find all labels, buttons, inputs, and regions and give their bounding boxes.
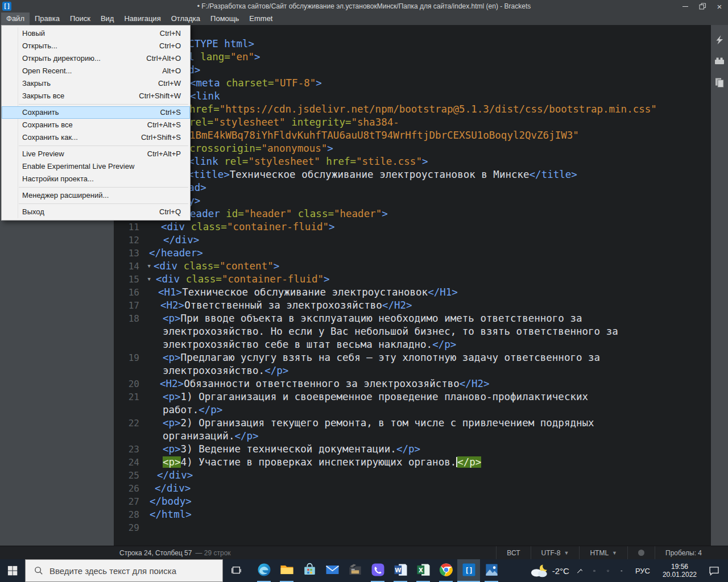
taskbar-app-excel[interactable]: X <box>412 559 435 582</box>
taskbar-app-file-manager[interactable] <box>344 559 366 582</box>
menu-item-view[interactable]: Вид <box>96 13 119 25</box>
menu-item-file[interactable]: Файл <box>1 13 30 25</box>
code-row[interactable]: 3<head> <box>114 64 711 77</box>
file-menu-item[interactable]: Enable Experimental Live Preview <box>2 160 190 173</box>
code-row[interactable]: 6<link rel="stylesheet" href="stile.css"… <box>114 155 711 168</box>
taskbar-app-store[interactable] <box>298 559 321 582</box>
code-editor[interactable]: 1<!DOCTYPE html>2<html lang="en">3<head>… <box>114 25 711 546</box>
status-right: ВСТ UTF-8 ▼ HTML ▼ Пробелы: 4 <box>496 546 712 559</box>
menu-item-edit[interactable]: Правка <box>30 13 65 25</box>
taskbar-app-edge[interactable] <box>253 559 275 582</box>
tray-expand-button[interactable] <box>574 568 588 573</box>
code-row[interactable]: 4<meta charset="UTF-8"> <box>114 77 711 90</box>
file-menu-item[interactable]: Сохранить как...Ctrl+Shift+S <box>2 131 190 144</box>
code-row[interactable]: электрохозяйство. Но если у Вас небольшо… <box>114 325 711 338</box>
minimize-button[interactable] <box>677 0 694 13</box>
code-row[interactable]: 20<H2>Обязанности ответственного за элек… <box>114 377 711 390</box>
code-row[interactable]: 9<body> <box>114 194 711 207</box>
language-select[interactable]: HTML ▼ <box>579 546 627 559</box>
code-row[interactable]: 1BmE4kWBq78iYhFldvKuhfTAU6auU8tT94WrHftj… <box>114 129 711 142</box>
file-menu-item[interactable]: Открыть...Ctrl+O <box>2 40 190 52</box>
indent-setting[interactable]: Пробелы: 4 <box>655 546 712 559</box>
menu-item-debug[interactable]: Отладка <box>166 13 205 25</box>
code-row[interactable]: организаций.</p> <box>114 430 711 443</box>
code-token: </p> <box>198 404 222 415</box>
code-row[interactable]: 21<p>1) Оргаганизация и своевременное пр… <box>114 390 711 404</box>
code-row[interactable]: 25</div> <box>114 469 711 482</box>
snippets-icon[interactable] <box>713 76 726 89</box>
code-row[interactable]: 16<H1>Техническое обслуживание электроус… <box>114 286 711 299</box>
menu-item-navigate[interactable]: Навигация <box>119 13 166 25</box>
file-menu-item[interactable]: ВыходCtrl+Q <box>2 206 190 218</box>
code-row[interactable]: 26</div> <box>114 482 711 495</box>
line-number: 26 <box>114 482 147 495</box>
taskbar-app-brackets[interactable]: [] <box>457 559 480 582</box>
file-menu-item[interactable]: Настройки проекта... <box>2 173 190 185</box>
code-row[interactable]: 15▼<div class="container-fluid"> <box>114 273 711 286</box>
code-row[interactable]: 8</head> <box>114 181 711 194</box>
file-menu-item[interactable]: ЗакрытьCtrl+W <box>2 77 190 90</box>
clock-widget[interactable]: 19:56 20.01.2022 <box>657 563 702 579</box>
code-row[interactable]: 14▼<div class="content"> <box>114 260 711 273</box>
code-row[interactable]: 18<p>При вводе объекта в эксплуатацию не… <box>114 312 711 325</box>
code-row[interactable]: 1<!DOCTYPE html> <box>114 38 711 51</box>
taskbar-app-word[interactable]: W <box>389 559 412 582</box>
menu-item-emmet[interactable]: Emmet <box>244 13 278 25</box>
code-row[interactable]: 13</header> <box>114 247 711 260</box>
file-menu-item[interactable]: Менеджер расширений... <box>2 189 190 202</box>
code-row[interactable]: 27</body> <box>114 495 711 508</box>
file-menu-item[interactable]: Сохранить всеCtrl+Alt+S <box>2 119 190 131</box>
live-preview-icon[interactable] <box>713 33 726 45</box>
code-row[interactable]: электрохозяйство.</p> <box>114 364 711 377</box>
taskbar-app-viber[interactable] <box>366 559 389 582</box>
taskbar-app-mail[interactable] <box>321 559 344 582</box>
file-menu-item[interactable]: Live PreviewCtrl+Alt+P <box>2 148 190 160</box>
file-menu-item[interactable]: НовыйCtrl+N <box>2 27 190 40</box>
code-row[interactable]: 23<p>3) Ведение технической документации… <box>114 443 711 456</box>
encoding-select[interactable]: UTF-8 ▼ <box>531 546 580 559</box>
file-menu-item[interactable]: Открыть директорию...Ctrl+Alt+O <box>2 52 190 65</box>
code-row[interactable]: rel="stylesheet" integrity="sha384- <box>114 116 711 129</box>
window-controls: × <box>677 0 728 13</box>
code-row[interactable]: 10<header id="header" class="header"> <box>114 207 711 221</box>
start-button[interactable] <box>0 559 25 582</box>
fold-arrow-icon[interactable]: ▼ <box>148 273 151 286</box>
file-menu-item[interactable]: Закрыть всеCtrl+Shift+W <box>2 90 190 102</box>
file-menu-item[interactable]: СохранитьCtrl+S <box>2 106 190 119</box>
taskbar-app-chrome[interactable] <box>435 559 457 582</box>
code-row[interactable]: href="https://cdn.jsdelivr.net/npm/boots… <box>114 103 711 116</box>
network-button[interactable] <box>601 565 615 577</box>
file-menu-item[interactable]: Open Recent...Alt+O <box>2 65 190 77</box>
code-row[interactable]: 12</div> <box>114 234 711 247</box>
taskbar-search[interactable]: Введите здесь текст для поиска <box>25 559 223 582</box>
code-row[interactable]: работ.</p> <box>114 404 711 417</box>
code-row[interactable]: 28</html> <box>114 508 711 521</box>
menu-item-find[interactable]: Поиск <box>65 13 96 25</box>
extension-manager-icon[interactable] <box>713 55 726 67</box>
weather-widget[interactable]: -2°C <box>525 563 574 578</box>
action-center-button[interactable] <box>702 565 728 577</box>
restore-button[interactable] <box>694 0 711 13</box>
code-row[interactable]: 17<H2>Ответственный за электрохозяйство<… <box>114 299 711 312</box>
task-view-button[interactable] <box>223 559 249 582</box>
code-row[interactable]: 22<p>2) Организация текущего ремонта, в … <box>114 417 711 430</box>
volume-button[interactable] <box>615 565 628 577</box>
lint-status[interactable] <box>627 546 655 559</box>
code-row[interactable]: 2<html lang="en"> <box>114 51 711 64</box>
close-button[interactable]: × <box>711 0 728 13</box>
code-row[interactable]: электрохозяйство себе в штат весьма накл… <box>114 338 711 351</box>
code-row[interactable]: 5<link <box>114 90 711 103</box>
code-row[interactable]: 11<div class="container-fluid"> <box>114 221 711 234</box>
taskbar-app-photos[interactable] <box>480 559 503 582</box>
insert-mode-indicator[interactable]: ВСТ <box>496 546 530 559</box>
meet-now-button[interactable] <box>588 565 601 577</box>
fold-arrow-icon[interactable]: ▼ <box>148 260 151 273</box>
language-indicator[interactable]: РУС <box>628 567 657 575</box>
code-row[interactable]: 19<p>Предлагаю услугу взять на себя — эт… <box>114 351 711 364</box>
code-row[interactable]: 7<title>Техническое обслуживание электро… <box>114 168 711 181</box>
code-row[interactable]: crossorigin="anonymous"> <box>114 142 711 155</box>
code-row[interactable]: 29 <box>114 521 711 534</box>
menu-item-help[interactable]: Помощь <box>205 13 244 25</box>
taskbar-app-explorer[interactable] <box>275 559 298 582</box>
code-row[interactable]: 24<p>4) Участие в проверках инспектирующ… <box>114 456 711 469</box>
